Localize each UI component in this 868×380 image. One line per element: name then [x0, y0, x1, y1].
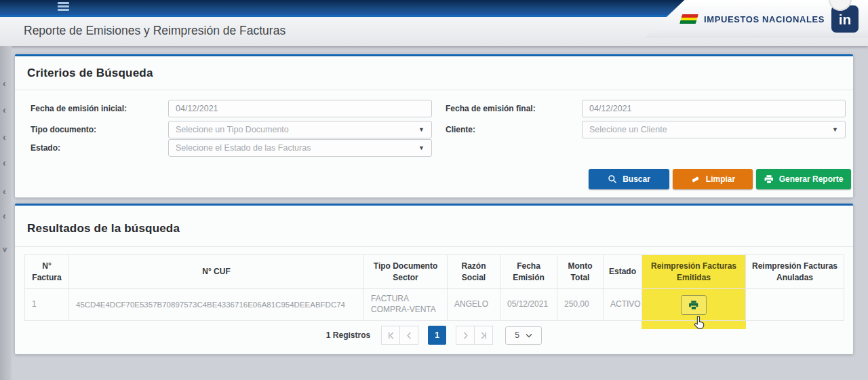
menu-icon[interactable] [58, 2, 69, 12]
cliente-select[interactable]: Selecione un Cliente ▼ [582, 121, 846, 138]
mouse-cursor [694, 316, 705, 330]
caret-down-icon: ▼ [418, 145, 425, 151]
col-n-cuf: N° CUF [69, 255, 364, 289]
buscar-button[interactable]: Buscar [589, 169, 669, 189]
criteria-panel: Criterios de Búsqueda Fecha de emisión i… [15, 54, 853, 197]
first-page-icon [387, 332, 395, 339]
cell-reimpresion-anuladas [746, 289, 844, 321]
estado-placeholder: Selecione el Estado de las Facturas [176, 143, 311, 153]
results-heading: Resultados de la búsqueda [27, 222, 180, 235]
col-reimpresion-emitidas: Reimpresión Facturas Emitidas [642, 255, 746, 289]
fecha-final-label: Fecha de emisión final: [446, 104, 536, 113]
col-reimpresion-anuladas: Reimpresión Facturas Anuladas [746, 255, 844, 289]
col-n-factura: N° Factura [25, 255, 69, 289]
fecha-inicial-input[interactable] [168, 100, 432, 117]
chevron-right-icon [462, 332, 469, 339]
cell-razon-social: ANGELO [448, 289, 500, 321]
generar-reporte-label: Generar Reporte [779, 174, 844, 184]
buscar-label: Buscar [623, 174, 650, 184]
app-window: Reporte de Emisiones y Reimpresión de Fa… [0, 0, 868, 380]
sidebar-collapse-chevron-icon[interactable]: ‹ [3, 80, 6, 87]
logo-monogram: in [839, 12, 852, 26]
page-title: Reporte de Emisiones y Reimpresión de Fa… [24, 24, 285, 38]
sidebar-collapse-chevron-icon[interactable]: ‹ [3, 159, 6, 166]
printer-icon [688, 300, 699, 310]
col-fecha-emision: Fecha Emisión [500, 255, 557, 289]
chevron-down-icon [526, 333, 532, 338]
col-tipo-documento: Tipo Documento Sector [364, 255, 448, 289]
tipo-documento-select[interactable]: Selecione un Tipo Documento ▼ [168, 121, 432, 138]
eraser-icon [690, 175, 701, 184]
divider [15, 246, 853, 247]
cell-cuf: 45CD4E4DCF70E5357B70897573C4BE4336716E06… [69, 289, 364, 321]
cell-tipo-documento: FACTURA COMPRA-VENTA [364, 289, 448, 321]
collapsed-sidebar: ‹ ‹ ‹ ‹ ‹ ‹ v [0, 46, 12, 380]
divider [15, 90, 853, 90]
caret-down-icon: ▼ [832, 126, 838, 133]
tipo-documento-placeholder: Selecione un Tipo Documento [176, 125, 289, 134]
estado-label: Estado: [31, 143, 60, 153]
estado-select[interactable]: Selecione el Estado de las Facturas ▼ [168, 139, 432, 157]
first-page-button[interactable] [381, 326, 400, 345]
cliente-placeholder: Selecione un Cliente [589, 125, 667, 134]
page-size-select[interactable]: 5 [505, 326, 542, 345]
caret-down-icon: ▼ [418, 126, 425, 133]
search-icon [608, 174, 617, 184]
results-table: N° Factura N° CUF Tipo Documento Sector … [24, 254, 844, 321]
brand-name: IMPUESTOS NACIONALES [704, 14, 825, 24]
last-page-icon [480, 332, 488, 339]
sidebar-collapse-chevron-icon[interactable]: ‹ [3, 212, 6, 219]
cell-n-factura: 1 [25, 289, 69, 321]
limpiar-label: Limpiar [706, 174, 735, 184]
printer-icon [764, 174, 774, 184]
table-row: 1 45CD4E4DCF70E5357B70897573C4BE4336716E… [25, 289, 844, 321]
sidebar-expand-chevron-icon[interactable]: v [3, 246, 7, 252]
prev-page-button[interactable] [399, 326, 418, 345]
chevron-left-icon [406, 332, 413, 339]
limpiar-button[interactable]: Limpiar [673, 169, 753, 189]
reimprimir-factura-button[interactable] [681, 295, 707, 315]
col-estado: Estado [604, 255, 642, 289]
cell-monto-total: 250,00 [557, 289, 604, 321]
cliente-label: Cliente: [446, 125, 475, 134]
page-size-value: 5 [515, 330, 519, 340]
tipo-documento-label: Tipo documento: [31, 125, 96, 134]
col-razon-social: Razón Social [448, 255, 500, 289]
bolivia-flag-icon [679, 14, 698, 24]
sidebar-collapse-chevron-icon[interactable]: ‹ [3, 107, 6, 113]
last-page-button[interactable] [474, 326, 493, 345]
generar-reporte-button[interactable]: Generar Reporte [756, 169, 851, 189]
fecha-final-input[interactable] [582, 100, 846, 117]
records-count: 1 Registros [326, 330, 370, 340]
next-page-button[interactable] [456, 326, 475, 345]
cell-estado: ACTIVO [604, 289, 642, 321]
table-header-row: N° Factura N° CUF Tipo Documento Sector … [25, 255, 844, 289]
fecha-inicial-label: Fecha de emisión inicial: [31, 104, 127, 113]
criteria-heading: Criterios de Búsqueda [27, 66, 153, 80]
results-panel: Resultados de la búsqueda N° Factura N° … [15, 204, 853, 354]
cell-fecha-emision: 05/12/2021 [500, 289, 557, 321]
pagination-bar: 1 Registros 1 5 [15, 326, 853, 345]
page-1-button[interactable]: 1 [428, 326, 446, 345]
sidebar-collapse-chevron-icon[interactable]: ‹ [3, 134, 6, 140]
col-monto-total: Monto Total [557, 255, 604, 289]
sidebar-collapse-chevron-icon[interactable]: ‹ [3, 188, 6, 195]
